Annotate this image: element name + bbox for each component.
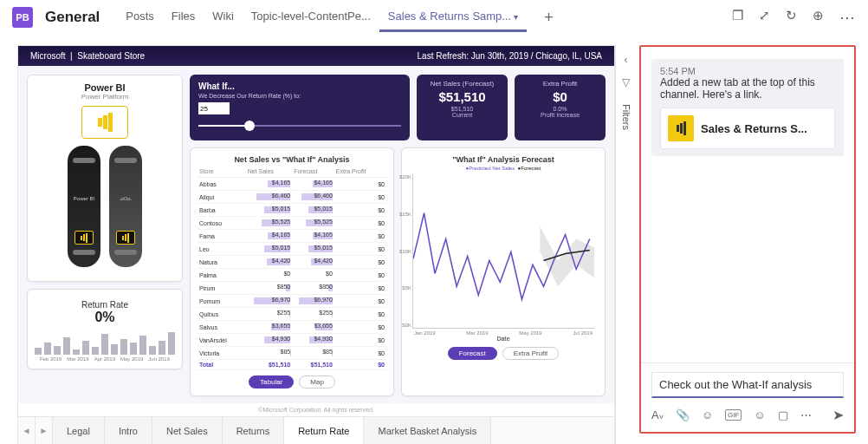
page-returns[interactable]: Returns	[223, 417, 285, 444]
send-icon[interactable]: ➤	[832, 407, 844, 423]
table-row: VanArsdel$4,930$4,930$0	[198, 334, 386, 347]
collapse-icon[interactable]: ‹	[625, 54, 628, 66]
message-time: 5:54 PM	[660, 66, 835, 76]
channel-tabs: Posts Files Wiki Topic-level-ContentPe..…	[117, 3, 527, 32]
table-row: Pomum$6,970$6,970$0	[198, 295, 386, 308]
channel-name: General	[45, 9, 100, 26]
table-row: Fama$4,165$4,165$0	[198, 230, 386, 243]
last-refresh: Last Refresh: Jun 30th, 2019 / Chicago, …	[418, 51, 602, 61]
mini-bar-chart	[35, 330, 175, 355]
page-net-sales[interactable]: Net Sales	[152, 417, 223, 444]
filters-label[interactable]: Filters	[621, 104, 632, 130]
powerbi-logo-icon	[668, 115, 694, 141]
page-legal[interactable]: Legal	[53, 417, 105, 444]
whatif-title: What If...	[198, 82, 401, 91]
forecast-title: "What If" Analysis Forecast	[409, 155, 598, 164]
report-area: Microsoft | Skateboard Store Last Refres…	[0, 35, 636, 434]
whatif-subtitle: We Decrease Our Return Rate (%) to:	[198, 93, 401, 99]
table-row: Aliqui$6,460$6,460$0	[198, 191, 386, 204]
svg-marker-0	[540, 226, 594, 287]
tab-topic-content[interactable]: Topic-level-ContentPe...	[243, 3, 379, 32]
teams-topbar: PB General Posts Files Wiki Topic-level-…	[0, 0, 868, 35]
table-row: Salvus$3,655$3,655$0	[198, 321, 386, 334]
globe-icon[interactable]: ⊕	[813, 8, 824, 27]
more-icon[interactable]: ⋯	[839, 8, 856, 27]
attach-icon[interactable]: 📎	[676, 408, 690, 421]
return-rate-value: 0%	[35, 310, 175, 325]
meet-icon[interactable]: ▢	[778, 408, 788, 421]
product-card: Power BI Power Platform Power BI .oOo.	[27, 75, 183, 282]
tab-sales-returns[interactable]: Sales & Returns Samp...▾	[379, 3, 527, 32]
skateboard-grey[interactable]: .oOo.	[109, 146, 142, 267]
pill-map[interactable]: Map	[299, 375, 335, 388]
report-page-tabs: ◄ ► Legal Intro Net Sales Returns Return…	[18, 416, 614, 444]
pill-forecast[interactable]: Forecast	[448, 347, 497, 360]
compose-area: Check out the What-If analysis Aᵥ 📎 ☺ GI…	[641, 362, 854, 432]
tab-posts[interactable]: Posts	[117, 3, 163, 32]
sticker-icon[interactable]: ☺	[754, 408, 765, 421]
report-frame: Microsoft | Skateboard Store Last Refres…	[17, 45, 615, 444]
emoji-icon[interactable]: ☺	[702, 408, 713, 421]
table-row: Barba$5,015$5,015$0	[198, 204, 386, 217]
more-compose-icon[interactable]: ⋯	[800, 408, 812, 421]
analysis-table-card: Net Sales vs "What If" Analysis StoreNet…	[190, 147, 394, 396]
filters-rail: ‹ ▽ Filters	[615, 45, 636, 444]
gif-icon[interactable]: GIF	[725, 409, 742, 421]
page-return-rate[interactable]: Return Rate	[284, 417, 364, 444]
chevron-down-icon[interactable]: ▾	[514, 12, 518, 22]
format-icon[interactable]: Aᵥ	[651, 408, 664, 421]
return-rate-card: Return Rate 0% Feb 2019Mar 2019Apr 2019M…	[27, 289, 183, 369]
extra-profit-metric: Extra Profit $0 0.0% Profit Increase	[515, 75, 606, 140]
message-text: Added a new tab at the top of this chann…	[660, 76, 835, 101]
table-row: Contoso$5,525$5,525$0	[198, 217, 386, 230]
expand-icon[interactable]: ⤢	[759, 8, 770, 27]
compose-input[interactable]: Check out the What-If analysis	[651, 372, 844, 398]
tab-link-card[interactable]: Sales & Returns S...	[660, 108, 835, 149]
page-prev[interactable]: ◄	[18, 417, 36, 444]
add-tab-button[interactable]: +	[535, 9, 562, 27]
chat-message: 5:54 PM Added a new tab at the top of th…	[651, 59, 844, 156]
report-footer: ©Microsoft Corporation. All rights reser…	[18, 403, 614, 416]
report-header: Microsoft | Skateboard Store Last Refres…	[18, 46, 614, 66]
table-row: Quibus$255$255$0	[198, 308, 386, 321]
whatif-input[interactable]	[198, 102, 230, 114]
table-row: Abbas$4,165$4,165$0	[198, 178, 386, 191]
table-row: Natura$4,420$4,420$0	[198, 256, 386, 269]
forecast-chart-card: "What If" Analysis Forecast ●Predicted N…	[401, 147, 606, 396]
page-market-basket[interactable]: Market Basket Analysis	[364, 417, 491, 444]
tab-wiki[interactable]: Wiki	[204, 3, 243, 32]
skateboard-dark[interactable]: Power BI	[68, 146, 100, 267]
page-intro[interactable]: Intro	[105, 417, 152, 444]
team-avatar[interactable]: PB	[12, 7, 33, 28]
pill-tabular[interactable]: Tabular	[249, 375, 294, 388]
table-row: Palma$0$0$0	[198, 269, 386, 282]
forecast-chart: $20K$15K$10K$5K$0K	[412, 174, 594, 329]
product-title: Power BI	[35, 82, 175, 93]
refresh-icon[interactable]: ↻	[786, 8, 797, 27]
whatif-panel: What If... We Decrease Our Return Rate (…	[190, 75, 410, 140]
net-sales-metric: Net Sales (Forecast) $51,510 $51,510 Cur…	[417, 75, 508, 140]
whatif-slider[interactable]	[198, 118, 401, 134]
table-row: Leo$5,015$5,015$0	[198, 243, 386, 256]
conversation-panel: 5:54 PM Added a new tab at the top of th…	[639, 45, 856, 434]
tab-files[interactable]: Files	[163, 3, 204, 32]
analysis-table: StoreNet SalesForecastExtra Profit Abbas…	[198, 166, 386, 370]
filter-icon[interactable]: ▽	[622, 76, 630, 88]
forecast-xlabel: Date	[409, 336, 598, 342]
reply-icon[interactable]: ❐	[732, 8, 743, 27]
product-subtitle: Power Platform	[35, 93, 175, 101]
pill-extra-profit[interactable]: Extra Profit	[502, 347, 560, 360]
table-title: Net Sales vs "What If" Analysis	[198, 155, 386, 164]
table-row: Victoria$85$85$0	[198, 347, 386, 360]
table-row: Pirum$850$850$0	[198, 282, 386, 295]
return-rate-label: Return Rate	[35, 300, 175, 310]
page-next[interactable]: ►	[36, 417, 53, 444]
powerbi-logo-icon	[81, 106, 128, 139]
link-title: Sales & Returns S...	[701, 122, 807, 135]
